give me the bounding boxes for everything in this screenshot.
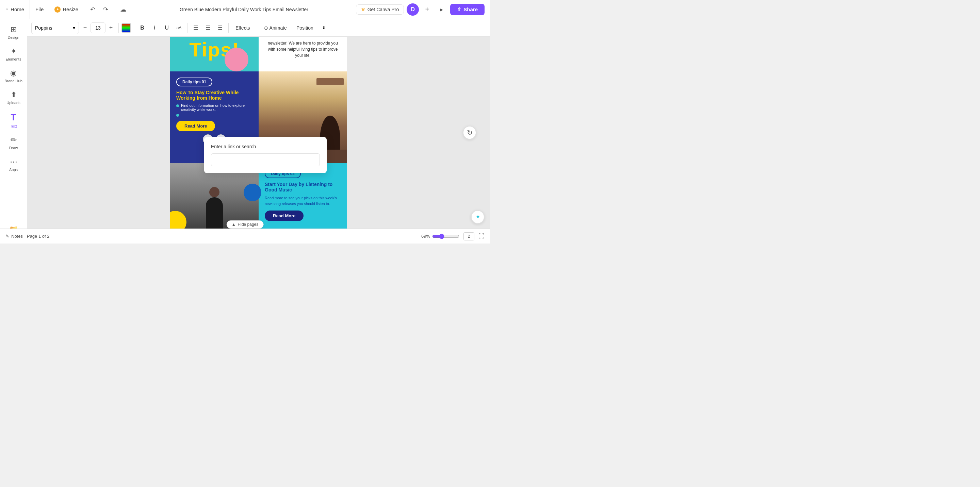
zoom-display: 69% [421,234,460,239]
sidebar-label-brand-hub: Brand Hub [5,79,22,83]
draw-icon: ✏ [11,136,17,144]
bullet-item-2 [176,113,253,117]
canvas-area: Tips! newsletter! We are here to provide… [27,37,490,228]
nl-teal-top: Tips! [170,37,259,71]
cloud-button[interactable]: ☁ [115,3,132,16]
blue-circle-decoration [243,184,261,201]
home-button[interactable]: ⌂ Home [0,0,30,19]
shelf-decoration [317,78,344,85]
nl-intro-text: newsletter! We are here to provide you w… [259,37,347,71]
rotate-canvas-button[interactable]: ↻ [463,126,476,140]
page-info: Page 1 of 2 [27,234,50,239]
italic-button[interactable]: I [149,22,160,33]
daily01-badge: Daily tips 01 [176,78,212,86]
nl-top-row: Tips! newsletter! We are here to provide… [170,37,347,71]
bottombar-left: ✎ Notes Page 1 of 2 [5,234,49,239]
more-options-button[interactable]: ⠿ [319,22,330,33]
zoom-level: 69% [421,234,430,239]
sidebar: ⊞ Design ✦ Elements ◉ Brand Hub ⬆ Upload… [0,19,27,243]
bullet-dot-2 [176,114,179,117]
bullet-dot-1 [176,105,179,107]
undo-redo-group: ↶ ↷ [84,3,115,16]
underline-button[interactable]: U [161,22,172,33]
font-size-input[interactable] [91,22,105,33]
zoom-slider[interactable] [432,234,460,239]
sidebar-item-text[interactable]: T Text [2,109,26,132]
list-options-button[interactable]: ☰ [215,22,226,33]
position-button[interactable]: Position [292,24,318,32]
magic-ai-button[interactable]: ✦ [471,210,485,224]
font-size-increase[interactable]: + [106,23,116,33]
font-size-decrease[interactable]: − [80,23,90,33]
sidebar-label-draw: Draw [9,146,18,150]
topbar-left: ⌂ Home File ✦ Resize ↶ ↷ ☁ [0,0,132,19]
sidebar-item-draw[interactable]: ✏ Draw [2,132,26,153]
notes-label: Notes [11,234,23,239]
file-label: File [35,6,43,12]
link-popup-title: Enter a link or search [211,144,320,149]
apps-icon: ⋯ [10,157,18,166]
bold-button[interactable]: B [137,22,148,33]
redo-button[interactable]: ↷ [99,3,111,16]
sidebar-item-apps[interactable]: ⋯ Apps [2,154,26,175]
topbar-right: ♛ Get Canva Pro D + ▸ ⇧ Share [356,3,490,16]
get-canva-button[interactable]: ♛ Get Canva Pro [356,5,404,14]
cloud-icon[interactable]: ☁ [117,3,129,16]
bottombar: ✎ Notes Page 1 of 2 69% 2 ⛶ [0,228,490,243]
read-more-1-button[interactable]: Read More [176,121,215,131]
align-center-button[interactable]: ☰ [202,22,213,33]
sidebar-label-apps: Apps [9,168,18,172]
add-button[interactable]: + [422,4,433,15]
person-body [206,197,223,228]
share-button[interactable]: ⇧ Share [450,4,485,15]
hide-pages-button[interactable]: ▲ Hide pages [227,220,264,228]
notes-button[interactable]: ✎ Notes [5,234,23,239]
resize-label: Resize [63,6,78,12]
crown-icon: ♛ [361,7,366,12]
effects-label: Effects [235,25,250,31]
tip2-text: Read more to see your picks on this week… [265,195,341,206]
uploads-icon: ⬆ [11,90,17,99]
bottombar-right: 69% 2 ⛶ [421,232,485,240]
get-canva-label: Get Canva Pro [368,7,399,12]
resize-icon: ✦ [54,6,60,13]
topbar: ⌂ Home File ✦ Resize ↶ ↷ ☁ Green Blue Mo… [0,0,490,19]
tip1-bullets: Find out information on how to explore c… [176,103,253,117]
newsletter-canvas[interactable]: Tips! newsletter! We are here to provide… [170,37,347,228]
intro-paragraph: newsletter! We are here to provide you w… [264,40,342,59]
resize-button[interactable]: ✦ Resize [49,0,84,19]
share-icon: ⇧ [457,6,461,13]
user-avatar[interactable]: D [407,3,419,16]
animate-label: Animate [269,25,287,31]
tip1-title: How To Stay Creative While Working from … [176,90,253,101]
brand-hub-icon: ◉ [10,69,17,78]
link-input[interactable] [211,153,320,166]
notes-icon: ✎ [5,234,9,239]
font-size-group: − + [80,22,116,33]
bullet-item-1: Find out information on how to explore c… [176,103,253,111]
grid-icon: ⠿ [323,25,326,30]
text-icon: T [11,112,16,123]
text-color-swatch[interactable] [121,23,131,33]
design-icon: ⊞ [11,25,17,34]
font-family-select[interactable]: Poppins ▾ [31,22,79,34]
page-number-button[interactable]: 2 [463,232,474,240]
effects-button[interactable]: Effects [231,24,254,32]
sidebar-item-elements[interactable]: ✦ Elements [2,44,26,65]
align-left-button[interactable]: ☰ [190,22,201,33]
sidebar-item-brand-hub[interactable]: ◉ Brand Hub [2,65,26,86]
undo-button[interactable]: ↶ [86,3,99,16]
sidebar-label-elements: Elements [6,57,21,61]
text-case-button[interactable]: aA [173,22,185,33]
home-icon: ⌂ [5,6,8,12]
read-more-2-button[interactable]: Read More [265,211,304,221]
file-button[interactable]: File [30,0,49,19]
fullscreen-button[interactable]: ⛶ [479,233,485,240]
position-label: Position [296,25,313,31]
analytics-button[interactable]: ▸ [435,3,447,16]
person-head [209,187,220,197]
animate-icon: ⊙ [264,25,268,31]
sidebar-item-design[interactable]: ⊞ Design [2,22,26,43]
sidebar-item-uploads[interactable]: ⬆ Uploads [2,87,26,108]
animate-button[interactable]: ⊙ Animate [260,24,291,32]
